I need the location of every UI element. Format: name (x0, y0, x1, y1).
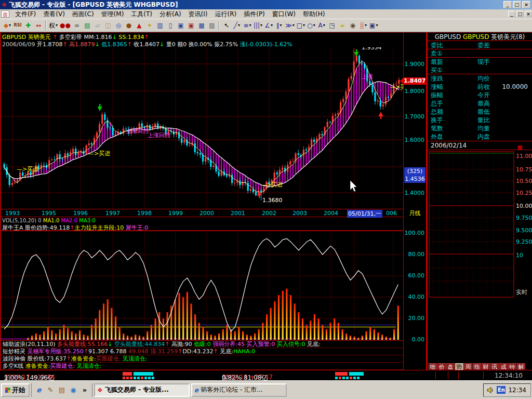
svg-text:实时: 实时 (516, 289, 527, 296)
window-red-icon[interactable]: ▣ (186, 20, 196, 31)
palette-icon[interactable]: ⣿▾ (358, 20, 368, 31)
ie-icon[interactable]: e (34, 385, 44, 395)
minimize-button[interactable]: _ (503, 1, 512, 8)
crosshair-icon[interactable]: ✚ (23, 20, 33, 31)
hat-icon[interactable]: ● (124, 20, 134, 31)
stamp-icon[interactable]: ◉ (348, 20, 358, 31)
price-axis-column[interactable]: 1.90001.80001.70001.60001.40001.8407(325… (403, 33, 427, 370)
menu-item-4[interactable]: 工具(T) (127, 10, 156, 18)
menu-item-9[interactable]: 窗口(W) (269, 10, 299, 18)
intraday-mini-chart[interactable]: 11.0010.7510.5010.2510.009.75009.50009.2… (428, 150, 532, 298)
dropdown-arrow-icon[interactable]: ▾ (280, 21, 282, 30)
rsi-indicator-icon[interactable]: RSI (12, 20, 23, 31)
quote-tab-价[interactable]: 价 (437, 363, 446, 370)
quote-tab-财[interactable]: 财 (482, 363, 490, 370)
messenger-icon[interactable]: ◉ (68, 385, 78, 395)
channel-lines-icon[interactable]: ∥▾ (274, 20, 284, 31)
mail-compose-icon[interactable]: ✎ (45, 385, 56, 395)
notebook-icon[interactable]: ▤ (82, 20, 92, 31)
media-player-icon[interactable]: ▤ (57, 385, 67, 395)
task-button-1[interactable]: e韬客外汇论坛 - 汇市... (191, 383, 287, 397)
dropdown-arrow-icon[interactable]: ▾ (238, 21, 240, 30)
gann-fan-icon[interactable]: ∠▾ (263, 20, 274, 31)
trendline-red-icon[interactable]: ↔ (33, 20, 44, 31)
language-indicator[interactable]: En (497, 386, 506, 394)
pointer-arrow-icon[interactable]: ↖ (221, 20, 232, 31)
menu-item-7[interactable]: 运行(R) (211, 10, 241, 18)
mdi-child-icon[interactable]: ▥ (1, 10, 9, 18)
maximize-button[interactable]: □ (513, 1, 521, 8)
chart-column[interactable]: GBPUSD 英镑美元 ↑ 多空彩带 MM:1.816↓ SS:1.834↑ 2… (0, 33, 403, 370)
dropdown-arrow-icon[interactable]: ▾ (365, 21, 367, 30)
speed-lines-icon[interactable]: ≫▾ (284, 20, 296, 31)
quote-tab-指[interactable]: 指 (473, 363, 481, 370)
window-dots-icon[interactable]: ▨ (207, 20, 217, 31)
layout-vertical-icon[interactable]: ▯ (165, 20, 176, 31)
quote-tab-细[interactable]: 细 (429, 363, 437, 370)
dropdown-arrow-icon[interactable]: ▾ (9, 21, 11, 30)
save-icon[interactable]: ▣▾ (368, 20, 379, 31)
window-grid-icon[interactable]: ▦ (196, 20, 207, 31)
dropdown-arrow-icon[interactable]: ▾ (323, 21, 325, 30)
draw-vlines-icon[interactable]: |||▾ (252, 20, 263, 31)
main-candlestick-chart[interactable]: 1.95541.3680—>买进—>买进—>买进—>买上涨回挡上涨回挡上涨 (1, 47, 404, 209)
draw-text-icon[interactable]: A▾ (316, 20, 327, 31)
quote-tab-成[interactable]: 成 (499, 363, 508, 370)
svg-text:10: 10 (516, 252, 523, 259)
eraser-icon[interactable]: ▰ (337, 20, 348, 31)
child-restore-button[interactable]: □ (516, 11, 524, 17)
draw-line-icon[interactable]: ╱▾ (232, 20, 242, 31)
quote-tab-周[interactable]: 周 (464, 363, 472, 370)
menu-item-8[interactable]: 插件(P) (240, 10, 269, 18)
task-button-0[interactable]: ❖飞狐交易师 - 专业版... (94, 383, 190, 397)
dropdown-arrow-icon[interactable]: ▾ (56, 21, 58, 30)
dropdown-arrow-icon[interactable]: ▾ (271, 21, 273, 30)
dropdown-arrow-icon[interactable]: ▾ (303, 21, 305, 30)
dropdown-arrow-icon[interactable]: ▾ (292, 21, 295, 30)
overflow-chevron-icon[interactable]: » (79, 385, 90, 395)
menu-item-3[interactable]: 管理(M) (98, 10, 128, 18)
child-close-button[interactable]: × (525, 11, 532, 17)
layout-horizontal-icon[interactable]: ▥ (155, 20, 165, 31)
copy-icon[interactable]: ◳ (327, 20, 337, 31)
quote-tab-势[interactable]: 势 (455, 363, 463, 370)
quote-tab-讯[interactable]: 讯 (490, 363, 499, 370)
menu-item-1[interactable]: 查看(V) (39, 10, 69, 18)
alarm-bell-icon[interactable]: ▲ (134, 20, 144, 31)
menu-item-0[interactable]: 文件(F) (11, 10, 39, 18)
book-icon[interactable]: ◫ (103, 20, 113, 31)
x-axis-row[interactable]: 1993199519961997199819992000200120022003… (1, 209, 404, 217)
quote-tab-特[interactable]: 特 (508, 363, 516, 370)
plugin-plug-icon[interactable]: ✦ (144, 20, 155, 31)
dropdown-arrow-icon[interactable]: ▾ (376, 21, 378, 30)
window-blue-icon[interactable]: ▣ (176, 20, 186, 31)
title-bar[interactable]: ❖ 飞狐交易师 - 专业版 - [GBPUSD 英镑美元 WHGBPUSD] _… (0, 0, 532, 9)
oscillator-chart[interactable] (1, 231, 404, 340)
quote-tab-盘[interactable]: 盘 (446, 363, 455, 370)
menu-item-2[interactable]: 画面(C) (69, 10, 98, 18)
svg-text:1.3680: 1.3680 (262, 197, 283, 204)
home-icon[interactable]: ◆▾ (2, 20, 12, 31)
child-minimize-button[interactable]: _ (508, 11, 515, 17)
folder-icon[interactable]: ▱ (92, 20, 103, 31)
dropdown-arrow-icon[interactable]: ▾ (313, 21, 315, 30)
period-label[interactable]: 月线 (404, 209, 426, 217)
indicator-text-row-2: 波段神偷 股价线:73.637↑准备资金:买股建仓: 见顶清仓: (1, 355, 404, 363)
traffic-light-icon[interactable]: ●● (59, 20, 72, 31)
close-button[interactable]: × (522, 1, 530, 8)
doc-magnifier-icon[interactable]: ◎ (113, 20, 124, 31)
menu-item-5[interactable]: 分析(A) (156, 10, 185, 18)
dropdown-arrow-icon[interactable]: ▾ (260, 21, 262, 30)
menu-item-6[interactable]: 资讯(I) (185, 10, 211, 18)
rights-adjust-icon[interactable]: 权▾ (48, 20, 59, 31)
dropdown-arrow-icon[interactable]: ▾ (249, 21, 251, 30)
draw-rect-icon[interactable]: □▾ (296, 20, 306, 31)
binoculars-icon[interactable]: ∞ (72, 20, 82, 31)
menu-item-10[interactable]: 帮助(H) (299, 10, 328, 18)
start-button[interactable]: 开始 (1, 383, 30, 397)
indicator-text-row-3: 多空K线 准备资金:买股建仓: 见顶清仓: (1, 363, 404, 370)
draw-ellipse-icon[interactable]: ○▾ (306, 20, 316, 31)
speaker-icon[interactable] (487, 387, 494, 394)
draw-hlines-icon[interactable]: ≡▾ (242, 20, 252, 31)
quote-tab-解[interactable]: 解 (517, 363, 525, 370)
